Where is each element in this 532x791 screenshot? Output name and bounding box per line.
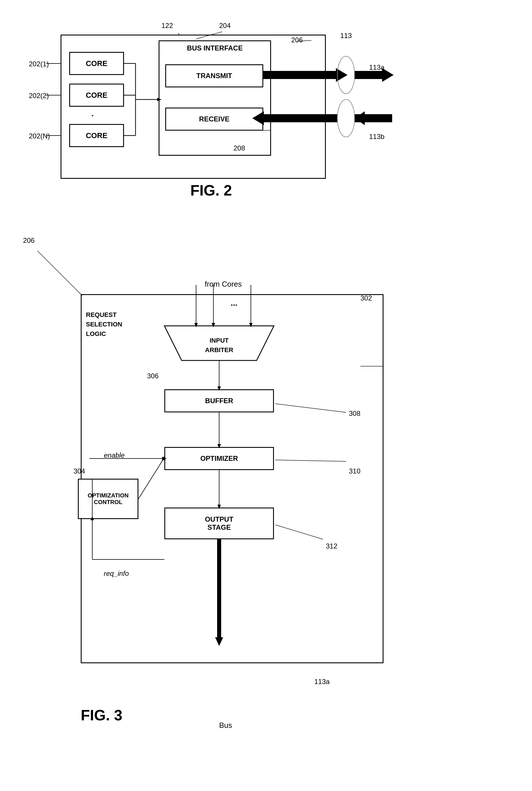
svg-marker-8 xyxy=(157,98,162,101)
buffer-label: BUFFER xyxy=(205,397,233,405)
req-info-label: req_info xyxy=(104,569,129,578)
fig3-caption: FIG. 3 xyxy=(81,707,122,724)
output-stage-label: OUTPUTSTAGE xyxy=(205,515,233,531)
svg-text:ARBITER: ARBITER xyxy=(205,346,233,354)
ref-304: 304 xyxy=(74,467,85,475)
opt-control-box: OPTIMIZATIONCONTROL xyxy=(78,479,138,519)
svg-marker-18 xyxy=(355,111,365,125)
ref-206-fig3: 206 xyxy=(23,237,35,245)
optimizer-box: OPTIMIZER xyxy=(164,447,274,470)
bus-label: Bus xyxy=(219,721,232,730)
ref-208: 208 xyxy=(233,144,245,152)
fig2-svg xyxy=(23,17,499,196)
input-arbiter-svg: INPUT ARBITER xyxy=(164,326,274,360)
page: 122 204 GPU 202(1) 202(2) 202(N) CORE CO… xyxy=(0,0,532,791)
ref-306: 306 xyxy=(147,372,158,380)
ref-310: 310 xyxy=(349,467,360,475)
from-cores-label: from Cores xyxy=(205,280,242,289)
enable-label: enable xyxy=(104,451,125,459)
buffer-box: BUFFER xyxy=(164,389,274,412)
svg-line-27 xyxy=(37,251,82,296)
opt-control-label: OPTIMIZATIONCONTROL xyxy=(88,492,129,506)
ref-206: 206 xyxy=(291,36,303,44)
ref-113b: 113b xyxy=(369,133,384,141)
fig3-container: 206 from Cores REQUESTSELECTIONLOGIC 306… xyxy=(23,237,499,741)
ref-312: 312 xyxy=(326,542,337,550)
fig2-caption: FIG. 2 xyxy=(190,182,232,199)
ref-113a: 113a xyxy=(369,63,384,72)
ref-113a-fig3: 113a xyxy=(314,678,329,686)
rsl-label: REQUESTSELECTIONLOGIC xyxy=(86,310,122,339)
ref-302: 302 xyxy=(360,294,372,302)
svg-marker-12 xyxy=(252,111,264,125)
svg-point-14 xyxy=(337,99,355,137)
svg-line-21 xyxy=(196,32,222,39)
svg-text:INPUT: INPUT xyxy=(210,337,229,344)
optimizer-label: OPTIMIZER xyxy=(201,454,238,463)
ref-308: 308 xyxy=(349,410,360,418)
fig2-container: 122 204 GPU 202(1) 202(2) 202(N) CORE CO… xyxy=(23,17,499,196)
output-stage-box: OUTPUTSTAGE xyxy=(164,508,274,539)
ref-113: 113 xyxy=(340,32,352,40)
